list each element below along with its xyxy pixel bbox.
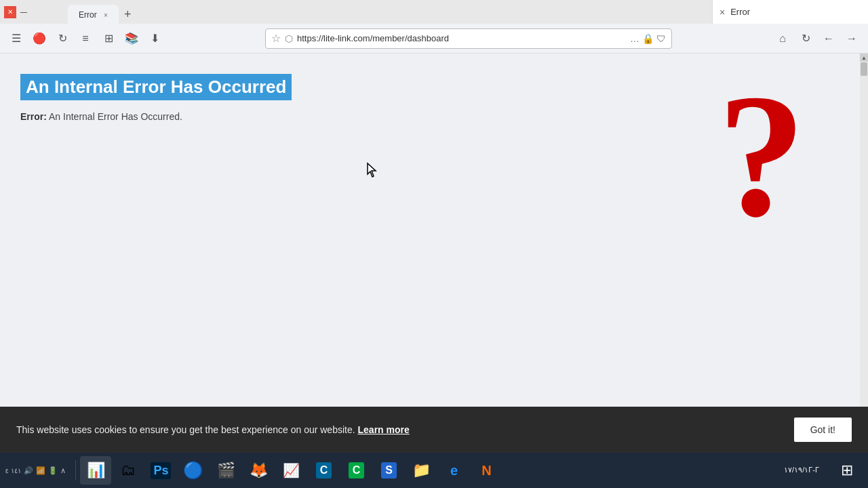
shield-icon: 🛡: [656, 33, 666, 44]
navicat-icon: N: [481, 463, 491, 479]
home-button[interactable]: ⌂: [773, 29, 792, 48]
taskbar-item-photoshop[interactable]: Ps: [145, 456, 176, 485]
error-message-text: An Internal Error Has Occurred.: [49, 111, 182, 122]
chrome-icon: 🔵: [183, 461, 203, 480]
camtasia-icon: C: [316, 462, 332, 479]
tab-label: Error: [79, 10, 97, 20]
cookie-message-text: This website uses cookies to ensure you …: [16, 424, 355, 435]
forward-icon: →: [846, 33, 857, 45]
more-icon[interactable]: …: [630, 33, 639, 44]
error-title: An Internal Error Has Occurred: [20, 74, 292, 100]
taskbar-item-ie[interactable]: e: [438, 456, 469, 485]
lock-icon: 🔒: [642, 33, 654, 44]
cookie-bar: This website uses cookies to ensure you …: [0, 407, 868, 453]
taskbar-item-chrome[interactable]: 🔵: [178, 456, 209, 485]
taskbar-sep-1: [75, 460, 76, 481]
taskbar-item-snagit[interactable]: S: [373, 456, 404, 485]
scrollbar-right[interactable]: ▲: [860, 54, 868, 407]
sync-icon: ↻: [58, 32, 67, 45]
got-it-button[interactable]: Got it!: [794, 418, 852, 442]
taskbar-item-camtasia2[interactable]: C: [340, 456, 372, 485]
windows-icon: ⊞: [841, 462, 853, 479]
hamburger-icon: ☰: [12, 32, 21, 45]
error-label: Error:: [20, 111, 47, 122]
extensions-button[interactable]: 🔴: [30, 29, 49, 48]
folder-icon: 📁: [412, 462, 431, 479]
back-icon: ←: [823, 33, 834, 45]
sync-button[interactable]: ↻: [53, 29, 72, 48]
reload-icon: ↻: [802, 32, 810, 45]
sidebar-icon: ⊞: [104, 32, 113, 45]
forward-button[interactable]: →: [842, 29, 861, 48]
reload-button[interactable]: ↻: [796, 29, 815, 48]
address-bar: ☆ ⬡ https://lite-link.com/member/dashboa…: [265, 28, 672, 49]
photoshop-icon: Ps: [151, 462, 171, 479]
window-min-button[interactable]: —: [18, 6, 30, 18]
camtasia2-icon: C: [349, 462, 365, 479]
window-close-button[interactable]: ✕: [4, 6, 16, 18]
library-button[interactable]: 📚: [122, 29, 141, 48]
question-mark-graphic: ?: [717, 67, 806, 243]
ie-icon: e: [450, 463, 458, 479]
taskbar: ε ١٤١ 🔊 📶 🔋 ∧ 📊 🗂 Ps 🔵 🎬 🦊 📈: [0, 453, 868, 488]
snagit-icon: S: [381, 462, 397, 479]
pocket-icon[interactable]: ⬡: [285, 33, 293, 44]
tray-battery: 🔋: [48, 466, 58, 475]
tray-time: ١٤١: [11, 467, 21, 474]
extensions-icon: 🔴: [33, 32, 46, 45]
download-button[interactable]: ⬇: [145, 29, 164, 48]
hamburger-menu-button[interactable]: ☰: [7, 29, 26, 48]
library-icon: 📚: [125, 32, 138, 45]
error-page: An Internal Error Has Occurred Error: An…: [0, 54, 860, 407]
navbar: ☰ 🔴 ↻ ≡ ⊞ 📚 ⬇ ☆ ⬡ https://lite-link.com/…: [0, 24, 868, 54]
media-player-icon: 🎬: [217, 462, 235, 479]
error-panel-label: Error: [730, 7, 750, 17]
taskbar-item-navicat[interactable]: N: [471, 456, 502, 485]
clock-time: Γ-١٩/١Γ/١٧: [784, 465, 819, 475]
reader-icon: ≡: [82, 33, 88, 45]
tab-bar: ✕ — Error × + × Error: [0, 0, 868, 24]
active-tab[interactable]: Error ×: [68, 5, 119, 25]
scrollbar-thumb[interactable]: [861, 62, 867, 76]
monitor-icon: 📊: [87, 462, 105, 479]
tray-left: ε ١٤١ 🔊 📶 🔋 ∧: [5, 466, 71, 475]
tab-close-button[interactable]: ×: [104, 11, 108, 19]
tray-arrow[interactable]: ∧: [60, 466, 66, 475]
file-manager-icon: 🗂: [121, 462, 136, 479]
firefox-icon: 🦊: [250, 462, 268, 479]
stats-app-icon: 📈: [283, 462, 300, 479]
taskbar-item-stats-app[interactable]: 📈: [275, 456, 307, 485]
error-panel-close[interactable]: ×: [719, 7, 725, 18]
scrollbar-up-arrow[interactable]: ▲: [860, 54, 868, 62]
windows-start-button[interactable]: ⊞: [831, 456, 863, 485]
taskbar-item-file-manager[interactable]: 🗂: [113, 456, 144, 485]
taskbar-item-camtasia[interactable]: C: [308, 456, 339, 485]
content-area: An Internal Error Has Occurred Error: An…: [0, 54, 860, 407]
tray-volume[interactable]: 🔊: [24, 466, 33, 475]
tray-signal: 📶: [36, 466, 45, 475]
taskbar-clock: Γ-١٩/١Γ/١٧: [778, 465, 825, 475]
tray-arabic-text: ε: [5, 467, 8, 474]
back-button[interactable]: ←: [819, 29, 838, 48]
taskbar-item-folder[interactable]: 📁: [406, 456, 437, 485]
sidebar-button[interactable]: ⊞: [99, 29, 118, 48]
address-text[interactable]: https://lite-link.com/member/dashboard: [297, 33, 626, 43]
taskbar-item-media-player[interactable]: 🎬: [210, 456, 241, 485]
new-tab-button[interactable]: +: [120, 5, 136, 24]
home-icon: ⌂: [779, 33, 786, 45]
tray-right: Γ-١٩/١Γ/١٧: [778, 465, 830, 475]
cookie-message: This website uses cookies to ensure you …: [16, 424, 783, 435]
download-icon: ⬇: [151, 32, 159, 45]
bookmark-star-icon[interactable]: ☆: [271, 32, 281, 45]
taskbar-item-monitor[interactable]: 📊: [80, 456, 111, 485]
error-detail: Error: An Internal Error Has Occurred.: [20, 111, 840, 122]
learn-more-link[interactable]: Learn more: [358, 424, 410, 435]
taskbar-item-firefox[interactable]: 🦊: [243, 456, 274, 485]
reader-view-button[interactable]: ≡: [76, 29, 95, 48]
